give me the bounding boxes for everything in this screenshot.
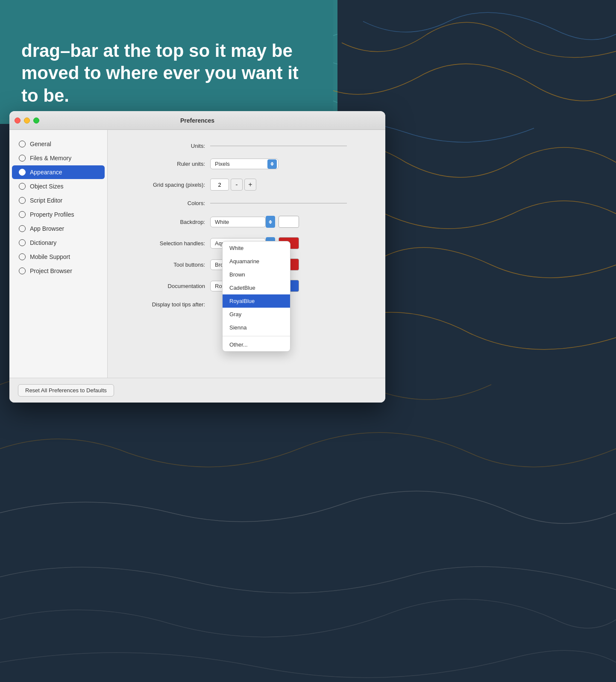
sidebar-item-dictionary[interactable]: Dictionary [12,236,105,250]
sidebar-label-object-sizes: Object Sizes [30,183,64,190]
dropdown-option-brown[interactable]: Brown [223,268,290,281]
banner-text: drag–bar at the top so it may be moved t… [21,40,312,107]
ruler-units-row: Ruler units: Pixels Inches Centimeters M… [125,159,368,169]
sidebar-label-appearance: Appearance [30,169,62,176]
window-title: Preferences [180,117,214,124]
dropdown-option-cadetblue[interactable]: CadetBlue [223,281,290,294]
sidebar: General Files & Memory Appearance Object… [9,130,108,378]
dropdown-option-white[interactable]: White [223,241,290,255]
files-memory-icon [19,155,26,162]
preferences-window: Preferences General Files & Memory Appea… [9,111,385,403]
close-button[interactable] [15,118,21,123]
sidebar-item-app-browser[interactable]: App Browser [12,222,105,235]
selection-handles-label: Selection handles: [125,240,210,247]
ruler-units-label: Ruler units: [125,161,210,167]
ruler-units-select-wrapper: Pixels Inches Centimeters Millimeters [210,159,279,169]
banner: drag–bar at the top so it may be moved t… [0,0,333,120]
sidebar-item-object-sizes[interactable]: Object Sizes [12,179,105,193]
units-row: Units: [125,143,368,149]
colors-divider [210,203,347,203]
sidebar-label-files-memory: Files & Memory [30,155,71,162]
sidebar-label-mobile-support: Mobile Support [30,253,70,260]
sidebar-item-property-profiles[interactable]: Property Profiles [12,208,105,221]
ruler-units-select[interactable]: Pixels Inches Centimeters Millimeters [210,159,279,169]
backdrop-swatch[interactable] [279,216,299,228]
sidebar-item-appearance[interactable]: Appearance [12,165,105,179]
backdrop-label: Backdrop: [125,219,210,225]
tool-buttons-label: Tool buttons: [125,262,210,268]
appearance-icon [19,169,26,176]
grid-value-field[interactable] [210,179,229,191]
backdrop-arrow-up [269,220,272,222]
sidebar-label-general: General [30,141,51,147]
project-browser-icon [19,268,26,274]
window-footer: Reset All Preferences to Defaults [9,378,385,403]
display-tooltips-label: Display tool tips after: [125,301,210,308]
documentation-label: Documentation [125,283,210,289]
dropdown-option-aquamarine[interactable]: Aquamarine [223,255,290,268]
backdrop-arrow-down [269,222,272,224]
window-content: General Files & Memory Appearance Object… [9,130,385,378]
sidebar-item-mobile-support[interactable]: Mobile Support [12,250,105,264]
property-profiles-icon [19,211,26,218]
script-editor-icon [19,197,26,204]
dropdown-divider [223,336,290,336]
minimize-button[interactable] [24,118,30,123]
color-dropdown-popup: White Aquamarine Brown CadetBlue RoyalBl… [222,241,290,352]
backdrop-select[interactable]: White [210,217,266,227]
app-browser-icon [19,225,26,232]
sidebar-item-general[interactable]: General [12,137,105,151]
maximize-button[interactable] [33,118,39,123]
reset-preferences-button[interactable]: Reset All Preferences to Defaults [18,384,114,397]
units-label: Units: [125,143,210,149]
grid-spacing-row: Grid spacing (pixels): - + [125,179,368,191]
grid-spacing-input: - + [210,179,256,191]
sidebar-item-project-browser[interactable]: Project Browser [12,264,105,278]
window-body: General Files & Memory Appearance Object… [9,130,385,403]
sidebar-label-property-profiles: Property Profiles [30,211,74,218]
mobile-support-icon [19,253,26,260]
grid-spacing-label: Grid spacing (pixels): [125,182,210,188]
sidebar-label-project-browser: Project Browser [30,268,72,274]
units-divider [210,146,347,146]
dictionary-icon [19,239,26,246]
titlebar: Preferences [9,111,385,130]
colors-row: Colors: [125,200,368,206]
backdrop-color-group: White [210,216,299,228]
backdrop-stepper [266,216,275,228]
sidebar-item-script-editor[interactable]: Script Editor [12,194,105,207]
backdrop-select-wrapper: White [210,216,275,228]
dropdown-option-royalblue[interactable]: RoyalBlue [223,294,290,308]
colors-label: Colors: [125,200,210,206]
dropdown-option-gray[interactable]: Gray [223,308,290,321]
sidebar-label-script-editor: Script Editor [30,197,62,204]
traffic-lights [15,118,39,123]
sidebar-label-app-browser: App Browser [30,225,64,232]
dropdown-option-sienna[interactable]: Sienna [223,321,290,334]
sidebar-label-dictionary: Dictionary [30,239,56,246]
main-content: Units: Ruler units: Pixels Inches Centim… [108,130,385,378]
object-sizes-icon [19,183,26,190]
general-icon [19,141,26,147]
backdrop-row: Backdrop: White [125,216,368,228]
dropdown-option-other[interactable]: Other... [223,338,290,351]
grid-plus-button[interactable]: + [244,179,256,191]
sidebar-item-files-memory[interactable]: Files & Memory [12,151,105,165]
grid-minus-button[interactable]: - [231,179,243,191]
